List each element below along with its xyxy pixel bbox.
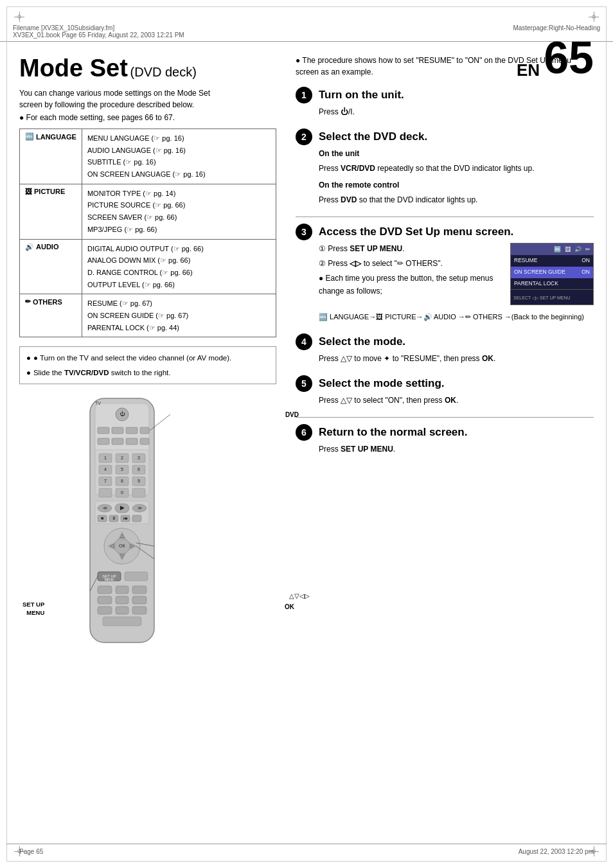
svg-text:▽: ▽ bbox=[120, 553, 125, 559]
svg-rect-65 bbox=[125, 572, 148, 581]
svg-rect-74 bbox=[132, 607, 147, 614]
setup-menu-label: SET UPMENU bbox=[22, 601, 44, 617]
svg-rect-11 bbox=[126, 438, 138, 445]
remote-illustration: SET UPMENU DVD OK △▽◁▷ ⏻ bbox=[58, 392, 276, 662]
svg-rect-7 bbox=[140, 427, 149, 434]
svg-text:⏸: ⏸ bbox=[112, 516, 116, 520]
svg-rect-68 bbox=[132, 586, 147, 594]
svg-rect-4 bbox=[98, 427, 109, 434]
svg-rect-5 bbox=[112, 427, 123, 434]
svg-text:≪: ≪ bbox=[103, 506, 107, 510]
svg-text:9: 9 bbox=[138, 479, 140, 483]
remote-svg: ⏻ bbox=[58, 392, 199, 662]
svg-text:3: 3 bbox=[138, 456, 140, 460]
svg-rect-69 bbox=[98, 596, 112, 604]
arrows-label: △▽◁▷ bbox=[289, 592, 310, 600]
svg-text:8: 8 bbox=[121, 479, 123, 483]
svg-text:TV: TV bbox=[95, 401, 101, 405]
svg-text:⏮: ⏮ bbox=[123, 516, 128, 520]
svg-text:≫: ≫ bbox=[138, 506, 142, 510]
page-footer: Page 65 August 22, 2003 12:20 pm bbox=[6, 844, 607, 859]
page-number-block: EN 65 bbox=[517, 35, 594, 80]
svg-text:⏻: ⏻ bbox=[120, 411, 125, 417]
svg-text:4: 4 bbox=[104, 467, 107, 472]
svg-rect-73 bbox=[116, 607, 129, 614]
svg-rect-12 bbox=[140, 438, 149, 445]
svg-rect-71 bbox=[132, 596, 147, 604]
svg-text:MENU: MENU bbox=[105, 578, 114, 581]
svg-text:6: 6 bbox=[138, 467, 140, 472]
svg-rect-70 bbox=[116, 596, 129, 604]
svg-rect-35 bbox=[132, 488, 145, 497]
footer-page-label: Page 65 bbox=[19, 848, 43, 855]
svg-text:■: ■ bbox=[101, 516, 103, 520]
ok-label: OK bbox=[285, 603, 294, 610]
en-label: EN bbox=[517, 60, 540, 80]
svg-rect-9 bbox=[98, 438, 109, 445]
svg-rect-66 bbox=[98, 586, 112, 594]
svg-rect-67 bbox=[116, 586, 129, 594]
svg-text:▶: ▶ bbox=[120, 504, 125, 511]
svg-rect-75 bbox=[103, 617, 141, 626]
svg-text:△: △ bbox=[120, 533, 125, 538]
page-number: 65 bbox=[544, 35, 594, 80]
svg-text:1: 1 bbox=[104, 456, 107, 460]
svg-rect-49 bbox=[132, 515, 141, 522]
svg-rect-10 bbox=[112, 438, 123, 445]
svg-rect-72 bbox=[98, 607, 112, 614]
svg-text:◁: ◁ bbox=[110, 543, 114, 549]
svg-text:7: 7 bbox=[104, 479, 107, 483]
svg-text:5: 5 bbox=[121, 467, 123, 472]
svg-text:▷: ▷ bbox=[130, 543, 135, 549]
svg-rect-32 bbox=[99, 488, 112, 497]
dvd-label: DVD bbox=[285, 411, 299, 418]
svg-rect-6 bbox=[126, 427, 138, 434]
svg-text:0: 0 bbox=[121, 490, 123, 495]
footer-date: August 22, 2003 12:20 pm bbox=[519, 848, 594, 855]
svg-text:2: 2 bbox=[121, 456, 123, 460]
svg-text:OK: OK bbox=[119, 544, 125, 548]
